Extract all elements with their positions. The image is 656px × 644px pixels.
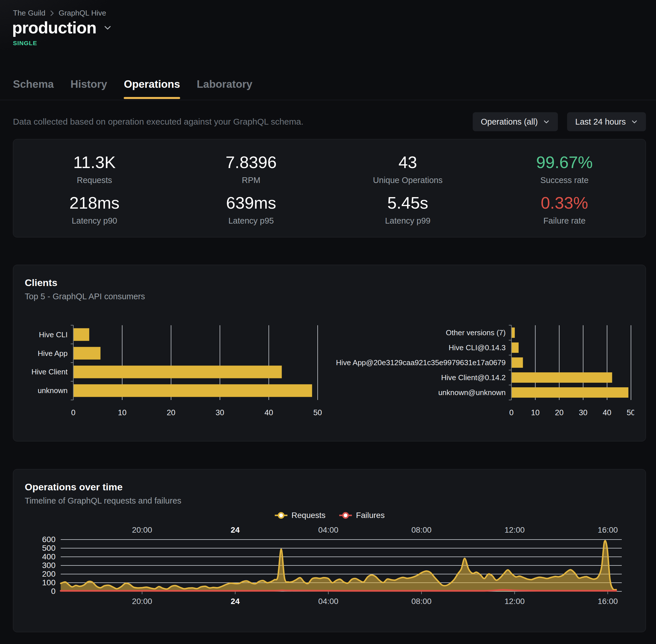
operations-timeline-chart: 010020030040050060020:0020:00242404:0004… [25,523,635,615]
svg-text:24: 24 [231,525,240,534]
svg-text:04:00: 04:00 [318,525,338,534]
chevron-down-icon [543,118,550,125]
svg-text:Hive Client@0.14.2: Hive Client@0.14.2 [441,373,506,382]
failures-series-icon [338,511,352,520]
stats-grid: 11.3K Requests 7.8396 RPM 43 Unique Oper… [13,139,646,239]
stat-unique-operations: 43 Unique Operations [329,153,486,185]
svg-text:40: 40 [264,408,273,417]
stat-latency-p99: 5.45s Latency p99 [329,193,486,226]
period-filter-value: Last 24 hours [575,117,626,127]
timeline-card-title: Operations over time [25,481,634,493]
legend-item-requests[interactable]: Requests [274,511,325,520]
svg-text:10: 10 [118,408,126,417]
tab-laboratory[interactable]: Laboratory [197,68,252,100]
period-filter-dropdown[interactable]: Last 24 hours [567,112,646,131]
svg-text:0: 0 [51,587,55,596]
svg-text:20:00: 20:00 [132,525,152,534]
svg-text:Other versions (7): Other versions (7) [446,328,506,337]
svg-text:16:00: 16:00 [598,597,618,606]
svg-text:600: 600 [42,535,55,544]
stat-latency-p90: 218ms Latency p90 [16,193,173,226]
svg-text:16:00: 16:00 [598,525,618,534]
svg-text:50: 50 [313,408,322,417]
svg-text:10: 10 [531,408,540,417]
tab-bar: Schema History Operations Laboratory [0,68,656,100]
tab-schema[interactable]: Schema [13,68,54,100]
svg-text:Hive App@20e3129caa921c35e9979: Hive App@20e3129caa921c35e9979631e17a067… [336,358,506,367]
legend-item-failures[interactable]: Failures [338,511,385,520]
operations-filter-dropdown[interactable]: Operations (all) [473,112,558,131]
timeline-card-subtitle: Timeline of GraphQL requests and failure… [25,496,634,506]
collection-info-text: Data collected based on operation execut… [13,117,304,127]
svg-text:20: 20 [167,408,175,417]
breadcrumb: The Guild GraphQL Hive [13,9,106,18]
operations-over-time-card: Operations over time Timeline of GraphQL… [13,469,646,632]
svg-text:12:00: 12:00 [505,597,525,606]
svg-text:12:00: 12:00 [505,525,525,534]
client-versions-bar-chart: Other versions (7)Hive CLI@0.14.3Hive Ap… [329,315,634,424]
filter-row: Data collected based on operation execut… [13,112,646,132]
requests-series-icon [274,511,288,520]
clients-card: Clients Top 5 - GraphQL API consumers Hi… [13,265,646,441]
svg-text:300: 300 [42,561,55,570]
page-title: production [12,18,96,37]
svg-text:unknown@unknown: unknown@unknown [438,388,506,397]
operations-filter-value: Operations (all) [481,117,538,127]
svg-text:0: 0 [71,408,75,417]
svg-text:500: 500 [42,544,55,552]
stat-success-rate: 99.67% Success rate [486,153,643,185]
svg-text:08:00: 08:00 [412,597,431,606]
tab-operations[interactable]: Operations [124,68,180,100]
operations-dashboard: The Guild GraphQL Hive production SINGLE… [0,0,656,644]
timeline-legend: Requests Failures [25,511,634,520]
svg-text:Hive App: Hive App [38,349,68,358]
svg-text:400: 400 [42,552,55,561]
svg-text:0: 0 [509,408,514,417]
svg-text:200: 200 [42,570,55,578]
svg-text:04:00: 04:00 [318,597,338,606]
stats-card: 11.3K Requests 7.8396 RPM 43 Unique Oper… [13,139,646,237]
stat-latency-p95: 639ms Latency p95 [173,193,330,226]
stat-requests: 11.3K Requests [16,153,173,185]
chevron-down-icon [103,23,113,32]
svg-text:20: 20 [555,408,564,417]
svg-text:Hive CLI: Hive CLI [39,330,68,339]
svg-text:20:00: 20:00 [132,597,152,606]
target-mode-badge: SINGLE [13,40,37,47]
breadcrumb-org-link[interactable]: The Guild [13,9,45,18]
svg-text:30: 30 [215,408,224,417]
svg-text:24: 24 [231,597,240,606]
svg-text:unknown: unknown [38,386,68,395]
svg-text:08:00: 08:00 [412,525,431,534]
chevron-right-icon [49,9,55,17]
clients-bar-chart: Hive CLIHive AppHive Clientunknown010203… [25,315,329,424]
svg-text:Hive Client: Hive Client [31,367,68,376]
clients-card-subtitle: Top 5 - GraphQL API consumers [25,292,634,301]
clients-card-title: Clients [25,277,634,288]
svg-text:100: 100 [42,578,55,587]
stat-failure-rate: 0.33% Failure rate [486,193,643,226]
breadcrumb-project-link[interactable]: GraphQL Hive [59,9,106,18]
target-selector[interactable]: production [12,18,113,37]
tab-history[interactable]: History [70,68,107,100]
chevron-down-icon [631,118,638,125]
svg-text:Hive CLI@0.14.3: Hive CLI@0.14.3 [449,343,506,352]
svg-text:40: 40 [603,408,611,417]
svg-text:50: 50 [627,408,634,417]
svg-text:30: 30 [579,408,587,417]
stat-rpm: 7.8396 RPM [173,153,330,185]
